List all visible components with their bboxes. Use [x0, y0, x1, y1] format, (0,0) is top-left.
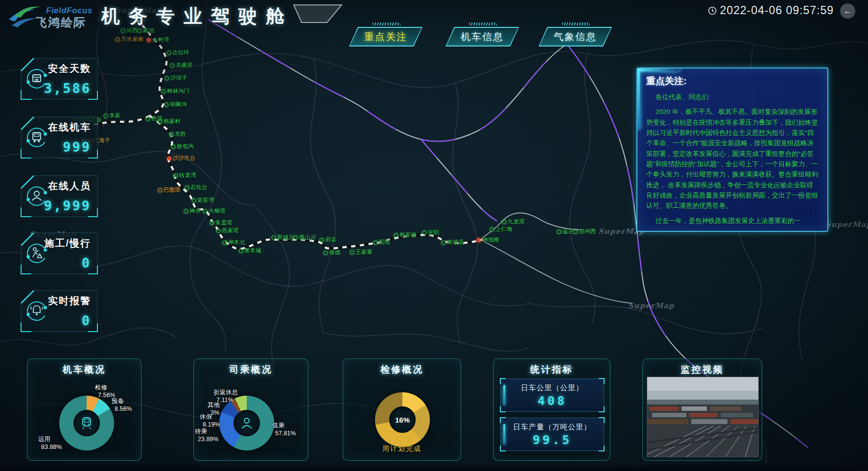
- panel-surveillance-video: 监控视频: [642, 359, 762, 461]
- locomotive-icon: [25, 126, 48, 149]
- stat-box-daily-output: 日车产量（万吨公里） 99.5: [500, 418, 604, 451]
- stat-box-value: 99.5: [501, 433, 604, 447]
- back-button[interactable]: ←: [840, 3, 855, 19]
- focus-paragraph: 2020 年，极不平凡、极其不易。面对复杂深刻的发展形势变化，特别是在疫情冲击等…: [646, 107, 819, 211]
- stat-box-label: 日车公里（公里）: [501, 383, 604, 393]
- logo-text-bottom: 飞鸿绘际: [34, 15, 87, 30]
- stat-box-value: 408: [501, 394, 604, 408]
- stat-label: 施工/慢行: [44, 237, 91, 250]
- logo-text-top: FieldFocus: [46, 6, 93, 16]
- stat-label: 在线机车: [48, 121, 91, 134]
- title-decoration: [293, 4, 344, 23]
- stat-value: 999: [63, 139, 91, 155]
- tab-locomotive-info[interactable]: 机车信息: [446, 27, 519, 46]
- maintenance-center-percent: 16%: [395, 416, 410, 424]
- panel-maintenance-overview: 检修概况 16% 周计划完成: [343, 359, 461, 461]
- stat-card-realtime-alarm: 实时报警 0: [21, 290, 98, 332]
- stat-label: 安全天数: [48, 62, 91, 75]
- stat-box-label: 日车产量（万吨公里）: [501, 423, 604, 432]
- stat-card-online-locomotives: 在线机车 999: [21, 116, 98, 158]
- stat-card-construction-slow: 施工/慢行 0: [21, 232, 98, 274]
- maintenance-donut-chart: 16%: [375, 392, 430, 447]
- stat-label: 实时报警: [48, 294, 91, 308]
- slice-label-in-service: 运用 83.88%: [38, 435, 62, 451]
- stat-box-daily-km: 日车公里（公里） 408: [500, 379, 604, 412]
- panel-crew-overview: 司乘概况 折返休息 7.11% 其他 3% 休假 8.19% 待乘 23.89%…: [193, 359, 308, 461]
- focus-paragraph: 过去一年，是包神铁路集团发展史上浓墨重彩的一: [646, 216, 819, 226]
- maintenance-caption: 周计划完成: [343, 445, 461, 453]
- page-title: 机务专业驾驶舱: [101, 4, 293, 29]
- stat-value: 3,586: [44, 81, 91, 96]
- locomotive-donut-chart: [59, 396, 114, 450]
- railway-line: [72, 14, 483, 249]
- slice-label-standby: 预备 8.56%: [112, 397, 132, 413]
- panel-title: 机车概况: [27, 363, 141, 376]
- stat-card-safety-days: 安全天数 3,586: [21, 58, 98, 100]
- slice-label-waiting: 待乘 23.89%: [195, 427, 218, 444]
- stat-value: 0: [82, 313, 91, 328]
- panel-locomotive-overview: 机车概况 检修 7.56% 预备 8.56% 运用 83.88%: [27, 359, 141, 461]
- stat-value: 0: [82, 255, 91, 270]
- panel-statistics: 统计指标 日车公里（公里） 408 日车产量（万吨公里） 99.5: [493, 359, 610, 461]
- tab-key-focus[interactable]: 重点关注: [349, 27, 422, 46]
- panel-title: 监控视频: [643, 363, 762, 376]
- focus-panel: 重点关注: 各位代表、同志们: 2020 年，极不平凡、极其不易。面对复杂深刻的…: [636, 67, 828, 232]
- focus-paragraph: 各位代表、同志们:: [646, 92, 819, 102]
- panel-title: 统计指标: [493, 363, 610, 376]
- video-still: [647, 377, 758, 457]
- slice-label-on-duty: 值乘 57.81%: [272, 422, 296, 438]
- app-logo: FieldFocus 飞鸿绘际: [6, 1, 104, 29]
- tab-weather-info[interactable]: 气象信息: [539, 27, 612, 46]
- focus-panel-body: 各位代表、同志们: 2020 年，极不平凡、极其不易。面对复杂深刻的发展形势变化…: [637, 92, 827, 226]
- slice-label-vacation: 休假 8.19%: [200, 413, 220, 429]
- video-feed[interactable]: [647, 377, 759, 457]
- stat-card-online-personnel: 在线人员 9,999: [21, 175, 98, 217]
- crew-person-icon: [239, 416, 254, 430]
- alarm-icon: [25, 300, 48, 322]
- header-bar: FieldFocus 飞鸿绘际 机务专业驾驶舱 2022-04-06 09:57…: [0, 0, 868, 26]
- panel-title: 检修概况: [343, 363, 461, 376]
- stat-label: 在线人员: [48, 179, 91, 193]
- bottom-strip: [0, 464, 868, 471]
- stat-value: 9,999: [44, 198, 91, 213]
- datetime-display: 2022-04-06 09:57:59: [720, 4, 834, 17]
- focus-panel-title: 重点关注:: [646, 75, 819, 88]
- panel-title: 司乘概况: [194, 363, 308, 376]
- train-icon: [79, 416, 94, 430]
- clock-icon: [708, 6, 717, 15]
